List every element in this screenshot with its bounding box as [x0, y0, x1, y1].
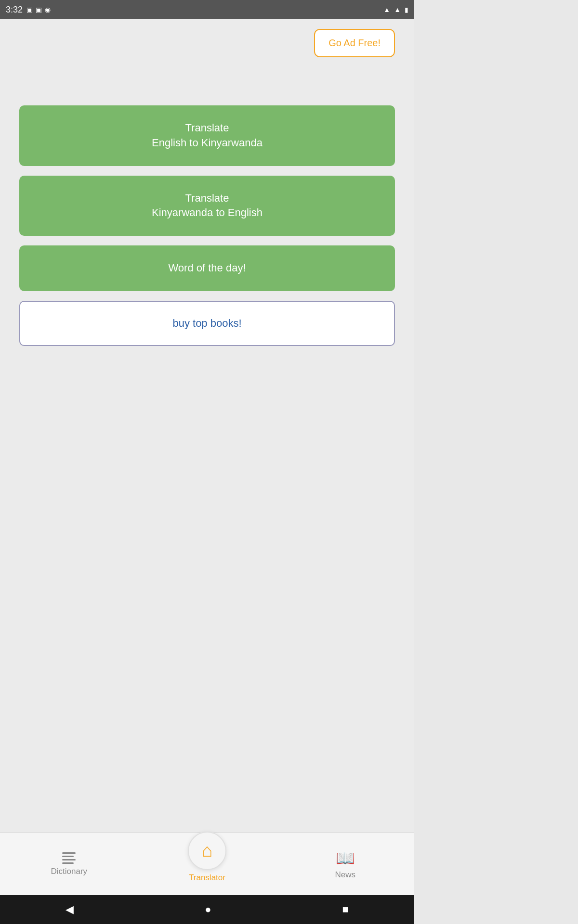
nav-news-label: News — [335, 870, 355, 880]
translate-kin-to-eng-line2: Kinyarwanda to English — [29, 205, 385, 220]
status-bar-left: 3:32 ▣ ▣ ◉ — [6, 5, 51, 15]
buy-books-button[interactable]: buy top books! — [19, 301, 395, 346]
sim-card2-icon: ▣ — [36, 6, 42, 13]
go-ad-free-button[interactable]: Go Ad Free! — [314, 29, 395, 57]
ad-free-container: Go Ad Free! — [19, 29, 395, 57]
translate-eng-to-kin-button[interactable]: Translate English to Kinyarwanda — [19, 105, 395, 166]
word-of-day-button[interactable]: Word of the day! — [19, 245, 395, 291]
status-bar: 3:32 ▣ ▣ ◉ ▲ ▲ ▮ — [0, 0, 414, 19]
news-icon: 📖 — [336, 849, 355, 867]
nav-translator-label: Translator — [189, 873, 225, 883]
translate-eng-to-kin-line1: Translate — [185, 122, 229, 134]
main-content: Go Ad Free! Translate English to Kinyarw… — [0, 19, 414, 833]
bottom-nav: Dictionary ⌂ Translator 📖 News — [0, 833, 414, 895]
home-icon: ⌂ — [202, 840, 213, 861]
battery-icon: ▮ — [405, 6, 408, 13]
action-buttons: Translate English to Kinyarwanda Transla… — [19, 105, 395, 346]
app-icon: ◉ — [45, 6, 51, 13]
nav-dictionary-label: Dictionary — [51, 867, 88, 876]
wifi-icon: ▲ — [383, 6, 390, 13]
nav-item-dictionary[interactable]: Dictionary — [0, 852, 138, 876]
status-time: 3:32 — [6, 5, 23, 15]
status-icons: ▣ ▣ ◉ — [26, 6, 51, 13]
translator-circle: ⌂ — [188, 832, 226, 870]
recents-button[interactable]: ■ — [342, 903, 349, 916]
system-nav-bar: ◀ ● ■ — [0, 895, 414, 924]
nav-item-news[interactable]: 📖 News — [276, 849, 414, 880]
signal-icon: ▲ — [394, 6, 401, 13]
translate-kin-to-eng-button[interactable]: Translate Kinyarwanda to English — [19, 176, 395, 236]
sim-card-icon: ▣ — [26, 6, 33, 13]
translate-kin-to-eng-line1: Translate — [185, 192, 229, 204]
translate-eng-to-kin-line2: English to Kinyarwanda — [29, 136, 385, 151]
home-button[interactable]: ● — [205, 903, 211, 916]
dictionary-icon — [62, 852, 76, 864]
status-bar-right: ▲ ▲ ▮ — [383, 6, 408, 13]
back-button[interactable]: ◀ — [66, 903, 74, 916]
nav-item-translator[interactable]: ⌂ Translator — [138, 846, 276, 883]
